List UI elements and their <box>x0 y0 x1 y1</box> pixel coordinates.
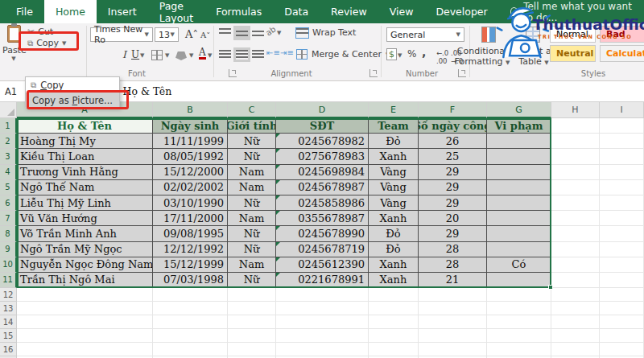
cell-E15[interactable] <box>369 329 419 343</box>
row-header-9[interactable]: 9 <box>0 242 17 257</box>
cell-H1[interactable] <box>551 118 600 134</box>
cell-I13[interactable] <box>600 302 644 315</box>
cell-B13[interactable] <box>153 302 228 315</box>
col-header-B[interactable]: B <box>153 102 228 118</box>
cell-H11[interactable] <box>551 273 600 288</box>
cell-D3[interactable]: 0275678983 <box>276 149 369 164</box>
cell-F7[interactable]: 20 <box>419 211 487 226</box>
row-header-10[interactable]: 10 <box>0 257 17 273</box>
percent-style-button[interactable]: % <box>407 48 416 60</box>
cell-B2[interactable]: 11/11/1999 <box>153 134 228 149</box>
tab-view[interactable]: View <box>378 0 425 23</box>
number-format-combo[interactable]: General▼ <box>386 27 464 42</box>
col-header-I[interactable]: I <box>600 102 644 118</box>
cell-E7[interactable]: Xanh <box>369 211 419 226</box>
cell-I7[interactable] <box>600 211 644 226</box>
cell-A13[interactable] <box>17 302 153 315</box>
number-dialog-launcher[interactable] <box>458 69 466 77</box>
tab-developer[interactable]: Developer <box>424 0 498 23</box>
cell-H6[interactable] <box>551 195 600 211</box>
cell-H3[interactable] <box>551 149 600 164</box>
cell-I8[interactable] <box>600 226 644 241</box>
align-left-button[interactable] <box>219 50 231 60</box>
fill-color-dropdown-arrow[interactable]: ▼ <box>189 52 193 59</box>
cell-D10[interactable]: 0245612390 <box>276 257 369 273</box>
cell-G6[interactable] <box>487 195 551 211</box>
cell-C2[interactable]: Nữ <box>228 134 276 149</box>
col-header-H[interactable]: H <box>551 102 600 118</box>
orientation-button[interactable]: ab <box>264 24 278 37</box>
cell-F5[interactable]: 29 <box>419 180 487 195</box>
underline-button[interactable]: U <box>131 49 139 60</box>
align-right-button[interactable] <box>252 50 264 60</box>
cell-I10[interactable] <box>600 257 644 273</box>
col-header-D[interactable]: D <box>276 102 369 118</box>
cell-F8[interactable]: 29 <box>419 226 487 241</box>
cell-A6[interactable]: Liễu Thị Mỹ Linh <box>17 195 153 211</box>
cell-E16[interactable] <box>369 343 419 356</box>
cell-E12[interactable] <box>369 288 419 302</box>
orientation-dropdown-arrow[interactable]: ▼ <box>277 30 281 36</box>
cell-E11[interactable]: Xanh <box>369 273 419 288</box>
cell-C16[interactable] <box>228 343 276 356</box>
increase-decimal-button[interactable]: ←.0.00 <box>436 49 448 65</box>
bottom-align-button[interactable] <box>252 31 264 40</box>
cell-H8[interactable] <box>551 226 600 241</box>
cell-C13[interactable] <box>228 302 276 315</box>
cell-F11[interactable]: 21 <box>419 273 487 288</box>
cell-B4[interactable]: 15/12/2000 <box>153 165 228 180</box>
cell-A1[interactable]: Họ & Tên <box>17 118 153 134</box>
borders-dropdown-arrow[interactable]: ▼ <box>165 52 169 59</box>
cell-I2[interactable] <box>600 134 644 149</box>
cell-A5[interactable]: Ngô Thế Nam <box>17 180 153 195</box>
cell-F16[interactable] <box>419 343 487 356</box>
font-dialog-launcher[interactable] <box>229 69 237 77</box>
row-header-6[interactable]: 6 <box>0 195 17 211</box>
cell-I5[interactable] <box>600 180 644 195</box>
cell-D4[interactable]: 0245698984 <box>276 165 369 180</box>
cell-A12[interactable] <box>17 288 153 302</box>
cell-B8[interactable]: 09/08/1995 <box>153 226 228 241</box>
cell-E9[interactable]: Đỏ <box>369 242 419 257</box>
cell-D16[interactable] <box>276 343 369 356</box>
cell-B15[interactable] <box>153 329 228 343</box>
cell-A7[interactable]: Vũ Văn Hướng <box>17 211 153 226</box>
tab-formulas[interactable]: Formulas <box>204 0 273 23</box>
cell-B1[interactable]: Ngày sinh <box>153 118 228 134</box>
cell-G9[interactable] <box>487 242 551 257</box>
italic-button[interactable]: I <box>122 49 126 60</box>
cell-C7[interactable]: Nam <box>228 211 276 226</box>
row-header-3[interactable]: 3 <box>0 149 17 164</box>
borders-button[interactable] <box>151 50 163 60</box>
cell-F3[interactable]: 25 <box>419 149 487 164</box>
cell-G3[interactable] <box>487 149 551 164</box>
copy-button[interactable]: ⧉ Copy ▼ <box>27 38 66 48</box>
cell-B12[interactable] <box>153 288 228 302</box>
cell-H4[interactable] <box>551 165 600 180</box>
cell-B14[interactable] <box>153 315 228 329</box>
cell-D2[interactable]: 0245678982 <box>276 134 369 149</box>
cell-H13[interactable] <box>551 302 600 315</box>
cell-B7[interactable]: 17/11/2000 <box>153 211 228 226</box>
alignment-dialog-launcher[interactable] <box>369 69 378 77</box>
cell-G1[interactable]: Vi phạm <box>487 118 551 134</box>
row-header-15[interactable]: 15 <box>0 329 17 343</box>
menu-item-copy-as-picture-[interactable]: Copy as Picture... <box>26 93 119 108</box>
cell-C12[interactable] <box>228 288 276 302</box>
cell-H10[interactable] <box>551 257 600 273</box>
cell-E4[interactable]: Vàng <box>369 165 419 180</box>
cell-A9[interactable]: Ngô Trần Mỹ Ngọc <box>17 242 153 257</box>
cell-I11[interactable] <box>600 273 644 288</box>
cell-I12[interactable] <box>600 288 644 302</box>
cell-A2[interactable]: Hoàng Thị My <box>17 134 153 149</box>
cell-G16[interactable] <box>487 343 551 356</box>
paste-dropdown-arrow[interactable]: ▼ <box>2 56 25 62</box>
cell-G11[interactable] <box>487 273 551 288</box>
cell-E3[interactable]: Xanh <box>369 149 419 164</box>
cell-I6[interactable] <box>600 195 644 211</box>
cell-B5[interactable]: 02/02/2002 <box>153 180 228 195</box>
cell-D15[interactable] <box>276 329 369 343</box>
cell-G4[interactable] <box>487 165 551 180</box>
increase-indent-button[interactable]: ⇥≡ <box>280 48 294 57</box>
cell-A4[interactable]: Trương Vinh Hằng <box>17 165 153 180</box>
